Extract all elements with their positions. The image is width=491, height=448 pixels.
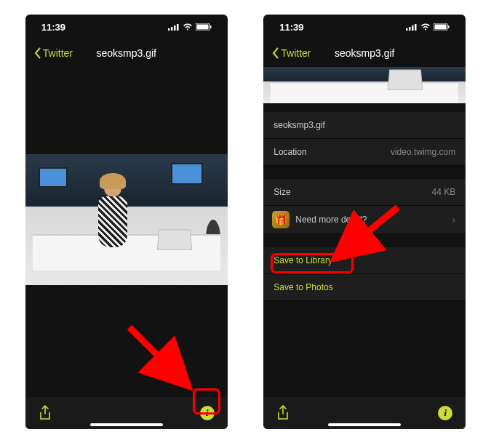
page-title: seoksmp3.gif	[97, 47, 156, 59]
status-icons	[168, 23, 212, 31]
wifi-icon	[420, 23, 431, 31]
svg-rect-6	[210, 25, 212, 28]
chevron-right-icon: ›	[452, 214, 456, 225]
share-icon	[39, 405, 52, 421]
size-row: Size 44 KB	[263, 179, 466, 206]
status-bar: 11:39	[25, 15, 228, 39]
battery-icon	[196, 23, 212, 31]
annotation-highlight-save	[271, 253, 354, 273]
share-icon	[276, 405, 290, 421]
size-value: 44 KB	[432, 187, 456, 197]
signal-icon	[168, 23, 180, 31]
size-label: Size	[274, 187, 290, 197]
svg-rect-12	[415, 24, 417, 31]
gif-preview[interactable]	[25, 154, 228, 285]
location-row: Location video.twimg.com	[263, 139, 466, 166]
filename-row: seoksmp3.gif	[263, 112, 466, 139]
svg-rect-5	[196, 25, 208, 30]
svg-rect-11	[412, 25, 414, 31]
wifi-icon	[183, 23, 193, 31]
svg-rect-0	[168, 28, 170, 31]
filename-value: seoksmp3.gif	[274, 120, 325, 130]
back-button[interactable]: Twitter	[272, 47, 311, 59]
share-button[interactable]	[276, 405, 290, 421]
home-indicator[interactable]	[328, 423, 401, 426]
status-time: 11:39	[279, 22, 303, 33]
back-label: Twitter	[43, 47, 73, 59]
svg-rect-3	[177, 24, 179, 31]
svg-rect-1	[171, 27, 173, 31]
chevron-left-icon	[272, 47, 279, 59]
location-label: Location	[274, 147, 306, 157]
back-button[interactable]: Twitter	[34, 47, 73, 59]
page-title: seoksmp3.gif	[335, 47, 394, 59]
svg-rect-9	[406, 28, 408, 31]
more-detail-label: Need more detail?	[295, 215, 367, 225]
nav-bar: Twitter seoksmp3.gif	[25, 39, 228, 67]
gift-icon: 🎁	[272, 211, 290, 228]
share-button[interactable]	[39, 405, 52, 421]
location-value: video.twimg.com	[391, 147, 455, 157]
annotation-highlight-info	[193, 388, 220, 415]
content-area	[25, 67, 228, 397]
status-time: 11:39	[41, 22, 65, 33]
content-area: seoksmp3.gif Location video.twimg.com Si…	[263, 67, 466, 397]
info-button[interactable]: i	[438, 406, 452, 420]
status-icons	[406, 23, 450, 31]
home-indicator[interactable]	[90, 423, 163, 426]
back-label: Twitter	[281, 47, 311, 59]
status-bar: 11:39	[263, 15, 466, 39]
chevron-left-icon	[34, 47, 41, 59]
svg-rect-2	[174, 25, 176, 31]
save-photos-label: Save to Photos	[274, 282, 332, 292]
nav-bar: Twitter seoksmp3.gif	[263, 39, 466, 67]
phone-screen-right: 11:39 Twitter seoksmp3.gif seoksmp3.gif …	[263, 15, 466, 429]
svg-rect-10	[409, 27, 411, 31]
save-to-photos-button[interactable]: Save to Photos	[263, 274, 466, 301]
phone-screen-left: 11:39 Twitter seoksmp3.gif	[25, 15, 228, 429]
gif-preview-thumb[interactable]	[263, 67, 466, 103]
more-detail-row[interactable]: 🎁 Need more detail? ›	[263, 206, 466, 234]
signal-icon	[406, 23, 418, 31]
svg-rect-14	[435, 25, 447, 30]
svg-rect-15	[448, 25, 450, 28]
battery-icon	[434, 23, 450, 31]
